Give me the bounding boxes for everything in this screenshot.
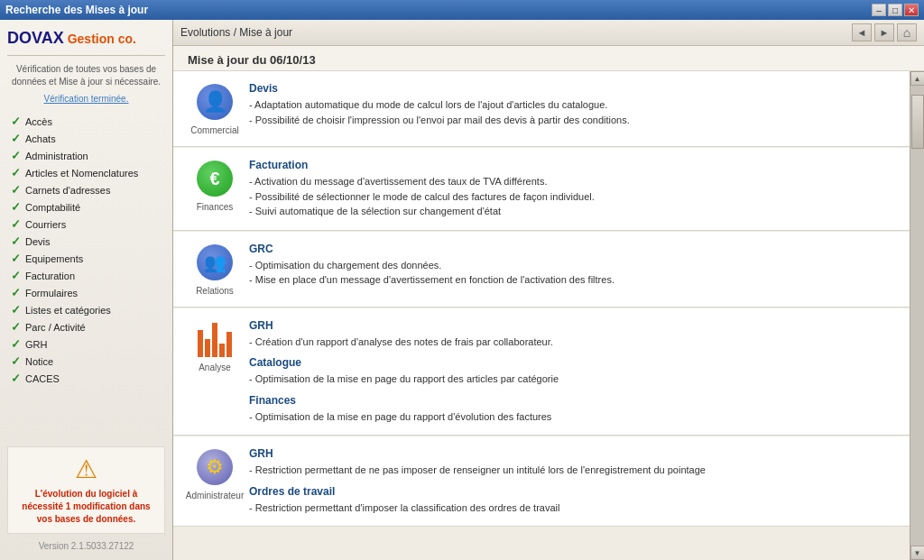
content-section: AnalyseGRH- Création d'un rapport d'anal… <box>173 308 910 436</box>
section-item-line: - Suivi automatique de la sélection sur … <box>249 204 895 219</box>
sidebar-item[interactable]: ✓Achats <box>7 130 165 147</box>
section-item-line: - Adaptation automatique du mode de calc… <box>249 97 895 113</box>
section-content: GRH- Restriction permettant de ne pas im… <box>242 447 895 515</box>
sidebar-item[interactable]: ✓GRH <box>7 335 165 353</box>
sidebar-item[interactable]: ✓Accès <box>7 113 165 130</box>
scroll-wrapper: CommercialDevis- Adaptation automatique … <box>173 71 924 560</box>
section-item-title: GRH <box>249 447 895 460</box>
title-bar: Recherche des Mises à jour – □ ✕ <box>0 0 924 20</box>
section-item-title: Catalogue <box>249 356 895 369</box>
section-icon-image <box>195 243 235 282</box>
section-icon-label: Finances <box>197 202 234 212</box>
finances-icon <box>197 161 233 197</box>
section-item-line: - Optimisation de la mise en page du rap… <box>249 409 895 425</box>
check-icon: ✓ <box>11 115 21 128</box>
section-icon-image <box>195 159 235 198</box>
section-item-line: - Mise en place d'un message d'avertisse… <box>249 272 895 288</box>
maximize-button[interactable]: □ <box>888 4 902 16</box>
sidebar-item-label: Carnets d'adresses <box>25 185 110 196</box>
section-icon-image <box>195 447 235 487</box>
section-icon-label: Commercial <box>190 125 238 135</box>
sidebar-item-label: Administration <box>25 151 88 161</box>
breadcrumb: Evolutions / Mise à jour <box>180 26 852 39</box>
content-section: AdministrateurGRH- Restriction permettan… <box>173 436 910 527</box>
sidebar-item-label: CACES <box>25 373 60 384</box>
section-icon: Finances <box>188 159 242 219</box>
section-content: Facturation- Activation du message d'ave… <box>242 159 895 219</box>
check-icon: ✓ <box>11 252 21 265</box>
admin-icon <box>197 449 233 485</box>
check-icon: ✓ <box>11 183 21 197</box>
scroll-up-button[interactable]: ▲ <box>910 71 925 86</box>
check-icon: ✓ <box>11 269 21 282</box>
nav-bar: Evolutions / Mise à jour ◄ ► ⌂ <box>173 20 924 46</box>
check-icon: ✓ <box>11 166 21 179</box>
scrollbar[interactable]: ▲ ▼ <box>910 71 924 560</box>
sidebar-item[interactable]: ✓CACES <box>7 370 165 387</box>
analyse-icon <box>197 321 233 357</box>
back-button[interactable]: ◄ <box>852 23 872 41</box>
sidebar-item[interactable]: ✓Parc / Activité <box>7 318 165 335</box>
check-icon: ✓ <box>11 372 21 385</box>
section-item-title: Finances <box>249 394 895 407</box>
warning-text: L'évolution du logiciel à nécessité 1 mo… <box>15 488 157 526</box>
close-button[interactable]: ✕ <box>904 4 919 16</box>
sidebar-item[interactable]: ✓Comptabilité <box>7 198 165 216</box>
scroll-down-button[interactable]: ▼ <box>910 546 925 560</box>
section-icon-image <box>195 82 235 122</box>
sidebar-item[interactable]: ✓Devis <box>7 233 165 250</box>
section-item-line: - Restriction permettant de ne pas impos… <box>249 463 895 478</box>
sidebar-verification[interactable]: Vérification terminée. <box>7 94 165 104</box>
logo-gestion: Gestion co. <box>68 32 136 46</box>
check-icon: ✓ <box>11 217 21 231</box>
sidebar-item[interactable]: ✓Notice <box>7 353 165 370</box>
section-icon-label: Administrateur <box>186 491 244 500</box>
commercial-icon <box>197 84 233 120</box>
section-content: GRC- Optimisation du chargement des donn… <box>242 243 895 296</box>
scroll-track[interactable] <box>910 86 924 546</box>
sidebar-item-label: Courriers <box>25 219 66 230</box>
content-area: Evolutions / Mise à jour ◄ ► ⌂ Mise à jo… <box>173 20 924 560</box>
sidebar-item[interactable]: ✓Administration <box>7 147 165 164</box>
sidebar-item[interactable]: ✓Articles et Nomenclatures <box>7 164 165 181</box>
sidebar-item-label: Notice <box>25 356 53 367</box>
warning-icon: ⚠ <box>15 454 157 484</box>
section-item-title: Devis <box>249 82 895 95</box>
check-icon: ✓ <box>11 303 21 317</box>
sidebar-item-label: Formulaires <box>25 288 78 298</box>
check-icon: ✓ <box>11 320 21 334</box>
scroll-thumb[interactable] <box>911 95 924 149</box>
sidebar-item[interactable]: ✓Equipements <box>7 250 165 267</box>
sidebar-warning-box: ⚠ L'évolution du logiciel à nécessité 1 … <box>7 446 165 534</box>
version-label: Version 2.1.5033.27122 <box>7 541 165 551</box>
check-icon: ✓ <box>11 354 21 368</box>
nav-buttons: ◄ ► ⌂ <box>852 23 917 41</box>
content-scroll[interactable]: CommercialDevis- Adaptation automatique … <box>173 71 910 560</box>
section-item-line: - Optimisation de la mise en page du rap… <box>249 372 895 387</box>
sidebar-item-label: Equipements <box>25 253 83 264</box>
sidebar-items-list: ✓Accès✓Achats✓Administration✓Articles et… <box>7 113 165 439</box>
sidebar-item[interactable]: ✓Listes et catégories <box>7 301 165 318</box>
logo-area: DOVAX Gestion co. <box>7 29 165 56</box>
minimize-button[interactable]: – <box>872 4 886 16</box>
section-item-line: - Activation du message d'avertissement … <box>249 174 895 189</box>
main-container: DOVAX Gestion co. Vérification de toutes… <box>0 20 924 560</box>
section-item-title: Facturation <box>249 159 895 171</box>
home-button[interactable]: ⌂ <box>897 23 917 41</box>
section-item-line: - Restriction permettant d'imposer la cl… <box>249 500 895 516</box>
check-icon: ✓ <box>11 132 21 145</box>
sidebar-item[interactable]: ✓Courriers <box>7 216 165 233</box>
content-section: CommercialDevis- Adaptation automatique … <box>173 71 910 147</box>
sidebar-item-label: Accès <box>25 116 52 127</box>
section-icon: Relations <box>188 243 242 296</box>
section-item-line: - Possibilité de choisir l'impression ou… <box>249 113 895 128</box>
sidebar-item[interactable]: ✓Facturation <box>7 267 165 284</box>
sidebar-item[interactable]: ✓Formulaires <box>7 284 165 301</box>
section-item-title: Ordres de travail <box>249 485 895 498</box>
sidebar-item-label: Listes et catégories <box>25 305 111 316</box>
sidebar-item[interactable]: ✓Carnets d'adresses <box>7 181 165 198</box>
section-icon-label: Analyse <box>199 363 231 372</box>
section-content: GRH- Création d'un rapport d'analyse des… <box>242 319 895 425</box>
content-section: RelationsGRC- Optimisation du chargement… <box>173 232 910 308</box>
forward-button[interactable]: ► <box>874 23 894 41</box>
